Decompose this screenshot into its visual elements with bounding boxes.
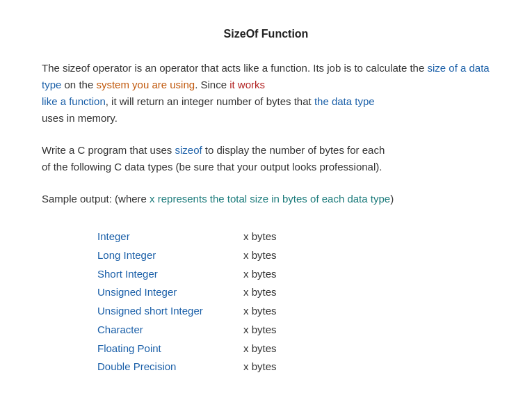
table-row: Unsigned Integer x bytes (97, 284, 490, 301)
bytes-integer: x bytes (243, 228, 277, 246)
table-row: Floating Point x bytes (97, 340, 490, 358)
bytes-unsigned-integer: x bytes (243, 284, 277, 301)
sample-text-1: Sample output: (where (42, 193, 150, 205)
intro-blue-2: like a function (42, 95, 106, 107)
bytes-long-integer: x bytes (243, 247, 277, 264)
write-blue: sizeof (175, 144, 202, 156)
table-row: Integer x bytes (97, 228, 490, 246)
table-row: Unsigned short Integer x bytes (97, 303, 490, 320)
bytes-floating-point: x bytes (243, 340, 277, 358)
write-paragraph: Write a C program that uses sizeof to di… (42, 142, 490, 175)
table-row: Long Integer x bytes (97, 247, 490, 264)
type-label-unsigned-integer: Unsigned Integer (97, 284, 243, 301)
intro-paragraph: The sizeof operator is an operator that … (42, 60, 490, 127)
type-label-short-integer: Short Integer (97, 266, 243, 283)
intro-orange-1: system you are using (96, 79, 195, 90)
intro-blue-3: the data type (314, 95, 375, 107)
sample-text-2: ) (390, 193, 394, 205)
intro-text-1: The sizeof operator is an operator that … (42, 62, 427, 74)
intro-text-4: , it will return an integer number of by… (106, 95, 314, 107)
intro-text-2: on the (61, 79, 96, 90)
type-label-integer: Integer (97, 228, 243, 246)
sample-paragraph: Sample output: (where x represents the t… (42, 191, 490, 207)
type-label-long-integer: Long Integer (97, 247, 243, 264)
table-row: Double Precision x bytes (97, 358, 490, 376)
page-container: SizeOf Function The sizeof operator is a… (0, 0, 532, 398)
bytes-short-integer: x bytes (243, 266, 277, 283)
table-row: Character x bytes (97, 321, 490, 339)
write-text-1: Write a C program that uses (42, 144, 175, 156)
bytes-character: x bytes (243, 321, 277, 339)
type-label-character: Character (97, 321, 243, 339)
data-type-table: Integer x bytes Long Integer x bytes Sho… (97, 228, 490, 376)
bytes-unsigned-short: x bytes (243, 303, 277, 320)
intro-text-5: uses in memory. (42, 112, 118, 124)
sample-teal: x represents the total size in bytes of … (150, 193, 390, 205)
type-label-unsigned-short: Unsigned short Integer (97, 303, 243, 320)
intro-text-3: . Since (195, 79, 229, 90)
type-label-floating-point: Floating Point (97, 340, 243, 358)
intro-red-1: it works (229, 79, 265, 90)
table-row: Short Integer x bytes (97, 266, 490, 283)
bytes-double-precision: x bytes (243, 358, 277, 376)
page-title: SizeOf Function (42, 28, 490, 40)
type-label-double-precision: Double Precision (97, 358, 243, 376)
